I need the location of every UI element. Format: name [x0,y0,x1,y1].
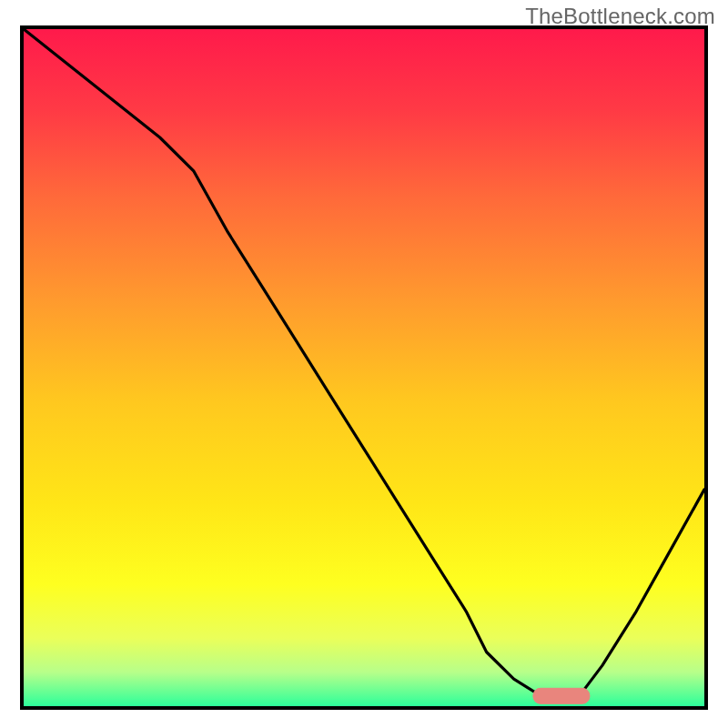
curve-layer [24,29,704,706]
chart-stage: TheBottleneck.com [0,0,728,728]
bottleneck-curve [24,29,704,696]
minimum-marker [533,688,590,703]
plot-frame [20,25,708,710]
